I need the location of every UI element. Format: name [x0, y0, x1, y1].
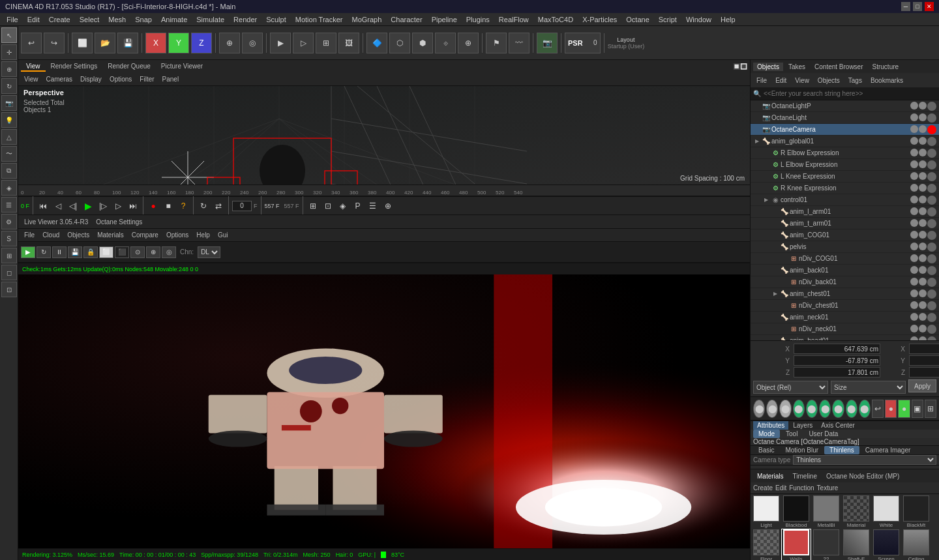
vm-view[interactable]: View [21, 75, 42, 83]
obj-tab-takes[interactable]: Takes [784, 63, 809, 71]
tree-color-anim_global01[interactable] [927, 137, 936, 146]
tree-color-OctaneLight[interactable] [927, 113, 936, 123]
tree-item-nDiv_neck01[interactable]: ⊞nDiv_neck01 [751, 323, 939, 335]
tree-dot-L_Elbow_Expression[interactable] [910, 160, 918, 168]
mat-item-1[interactable]: Blackbod [782, 495, 811, 528]
tree-item-OctaneLight[interactable]: 📷OctaneLight [751, 112, 939, 124]
menu-edit[interactable]: Edit [23, 14, 44, 25]
obj-view[interactable]: View [792, 76, 812, 85]
tree-dot-nDiv_back01[interactable] [910, 278, 918, 286]
tree-dot-anim_back01[interactable] [910, 266, 918, 274]
ib-grid[interactable]: ▣ [912, 400, 923, 418]
world-btn[interactable]: ⊕ [219, 33, 240, 53]
attrs-tool-tab[interactable]: Tool [781, 430, 803, 438]
tree-dot-OctaneLightP[interactable] [919, 102, 927, 110]
tree-dot-L_Knee_Expression[interactable] [919, 172, 927, 180]
menu-maxtoc4d[interactable]: MaxToC4D [534, 14, 577, 25]
attrs-mode-tab[interactable]: Mode [753, 430, 780, 438]
tree-dot-OctaneCamera[interactable] [910, 125, 918, 133]
btn-play-start[interactable]: ⏮ [37, 199, 50, 213]
tool-material[interactable]: ◈ [1, 180, 17, 196]
render-btn[interactable]: ▶ [270, 33, 291, 53]
mat-item-8[interactable]: ?? [812, 529, 841, 560]
tree-dot-nDiv_chest01[interactable] [919, 301, 927, 309]
menu-sculpt[interactable]: Sculpt [262, 14, 290, 25]
ib-sphere8[interactable]: ⬤ [846, 400, 857, 418]
apply-button[interactable]: Apply [908, 379, 936, 392]
attrs-tab-attributes[interactable]: Attributes [753, 421, 788, 430]
cam-tab-basic[interactable]: Basic [753, 446, 779, 454]
btn-help[interactable]: ? [177, 199, 190, 213]
tree-color-pelvis[interactable] [927, 243, 936, 252]
mats-tab-timeline[interactable]: Timeline [789, 472, 821, 480]
mats-edit[interactable]: Edit [775, 484, 786, 492]
tree-color-anim_l_arm01[interactable] [927, 207, 936, 216]
tree-dot-control01[interactable] [919, 196, 927, 203]
timeline-ruler[interactable]: 0204060801001201401601802002202402602803… [18, 184, 750, 196]
tree-dot-L_Elbow_Expression[interactable] [919, 160, 927, 168]
search-bar[interactable]: 🔍 [751, 87, 939, 100]
tool-render-settings[interactable]: ⚙ [1, 214, 17, 229]
btn-extra1[interactable]: ⊞ [306, 199, 320, 213]
tree-dot-OctaneCamera[interactable] [919, 125, 927, 133]
obj-tab-structure[interactable]: Structure [869, 63, 903, 71]
menu-animate[interactable]: Animate [157, 14, 191, 25]
camera-type-select[interactable]: Thinlens [793, 455, 936, 465]
tab-view[interactable]: View [21, 62, 46, 72]
om-help[interactable]: Help [193, 231, 213, 239]
tree-dot-control01[interactable] [910, 196, 918, 203]
tree-dot-nDiv_COG01[interactable] [919, 254, 927, 262]
tree-item-control01[interactable]: ▶◉control01 [751, 194, 939, 206]
oct-btn-save[interactable]: 💾 [68, 246, 82, 258]
render-region[interactable]: ▷ [293, 33, 314, 53]
ib-sphere7[interactable]: ⬤ [832, 400, 844, 418]
ib-green[interactable]: ● [898, 400, 910, 418]
obj-tags[interactable]: Tags [845, 76, 865, 85]
tree-item-anim_global01[interactable]: ▶🦴anim_global01 [751, 136, 939, 147]
tree-color-nDiv_COG01[interactable] [927, 254, 936, 263]
om-options[interactable]: Options [163, 231, 192, 239]
anim-path[interactable]: 〰 [509, 33, 529, 53]
vm-cameras[interactable]: Cameras [43, 75, 76, 83]
tree-color-nDiv_neck01[interactable] [927, 325, 936, 334]
cam-tab-imager[interactable]: Camera Imager [860, 446, 916, 454]
tree-item-anim_t_arm01[interactable]: 🦴anim_t_arm01 [751, 218, 939, 229]
tree-dot-anim_COG01[interactable] [919, 231, 927, 239]
tree-color-R_Knee_Expression[interactable] [927, 184, 936, 193]
tab-render-queue[interactable]: Render Queue [102, 62, 156, 72]
menu-octane[interactable]: Octane [622, 14, 653, 25]
om-cloud[interactable]: Cloud [39, 231, 63, 239]
mat-item-7[interactable]: Walls [782, 529, 811, 560]
axis-y[interactable]: Y [168, 33, 189, 53]
mat-item-0[interactable]: Light [752, 495, 781, 528]
search-input[interactable] [764, 90, 936, 97]
tree-dot-anim_global01[interactable] [910, 137, 918, 145]
mats-tab-materials[interactable]: Materials [753, 472, 788, 480]
btn-extra4[interactable]: P [351, 199, 365, 213]
menu-realflow[interactable]: RealFlow [495, 14, 533, 25]
undo-btn[interactable]: ↩ [21, 33, 42, 53]
tree-color-anim_COG01[interactable] [927, 231, 936, 240]
obj-objects[interactable]: Objects [814, 76, 843, 85]
mat-item-10[interactable]: Screen [872, 529, 901, 560]
snap3[interactable]: ⬢ [412, 33, 433, 53]
open-btn[interactable]: 📂 [95, 33, 115, 53]
tree-color-L_Knee_Expression[interactable] [927, 172, 936, 181]
tool-extra2[interactable]: ⊡ [1, 282, 17, 297]
tree-dot-anim_neck01[interactable] [910, 313, 918, 321]
vm-display[interactable]: Display [77, 75, 105, 83]
mat-item-2[interactable]: MetalBl [812, 495, 841, 528]
tree-dot-anim_chest01[interactable] [919, 289, 927, 297]
attrs-tab-layers[interactable]: Layers [789, 421, 816, 430]
menu-mograph[interactable]: MoGraph [348, 14, 385, 25]
menu-mesh[interactable]: Mesh [104, 14, 130, 25]
minimize-button[interactable]: ─ [901, 2, 910, 11]
ib-sphere6[interactable]: ⬤ [819, 400, 831, 418]
btn-ping-pong[interactable]: ⇄ [212, 199, 225, 213]
tree-color-anim_t_arm01[interactable] [927, 219, 936, 228]
save-btn[interactable]: 💾 [117, 33, 138, 53]
tree-color-nDiv_back01[interactable] [927, 278, 936, 287]
oct-btn-refresh[interactable]: ↻ [37, 246, 51, 258]
pos-x-input[interactable] [794, 344, 880, 354]
tree-dot-anim_t_arm01[interactable] [919, 219, 927, 227]
